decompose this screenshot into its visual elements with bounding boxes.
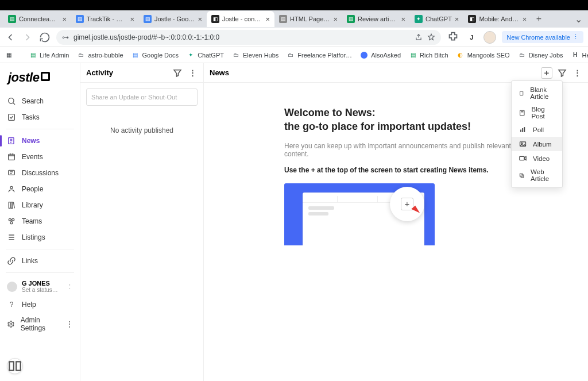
video-icon (519, 154, 527, 163)
sidebar-item-tasks[interactable]: Tasks (0, 109, 80, 125)
bookmark-item[interactable]: 🗀Freelance Platfor… (287, 51, 352, 59)
new-tab-button[interactable]: + (531, 11, 546, 26)
browser-tab[interactable]: ✦ChatGPT× (410, 11, 463, 27)
news-more-icon[interactable]: ⋮ (572, 68, 582, 78)
sidebar-item-search[interactable]: Search (0, 93, 80, 109)
bookmark-icon: 🗀 (518, 51, 526, 59)
bookmark-star-icon[interactable] (427, 31, 435, 44)
create-menu-item-blog[interactable]: Blog Post (512, 103, 562, 122)
bookmark-item[interactable]: ▤Life Admin (29, 51, 69, 59)
create-menu-item-album[interactable]: Album (512, 137, 562, 151)
browser-tab[interactable]: ◧Jostle - connected b× (207, 11, 274, 27)
apps-shortcut[interactable]: ▦ (5, 51, 13, 59)
tab-close-icon[interactable]: × (130, 15, 134, 24)
sidebar-item-links[interactable]: Links (0, 253, 80, 269)
sidebar-item-discussions[interactable]: Discussions (0, 165, 80, 181)
forward-button[interactable] (22, 32, 33, 43)
sidebar-item-teams[interactable]: Teams (0, 213, 80, 229)
activity-more-icon[interactable]: ⋮ (187, 68, 198, 78)
admin-more-icon[interactable]: ⋮ (66, 320, 73, 328)
svg-rect-7 (11, 202, 13, 209)
create-menu-item-blank[interactable]: Blank Article (512, 83, 562, 103)
user-more-icon[interactable]: ⋮ (67, 283, 73, 290)
sidebar-item-listings[interactable]: Listings (0, 229, 80, 245)
extension-j-icon[interactable]: J (465, 31, 478, 44)
tab-label: Jostle - Google Docs (154, 16, 195, 22)
sidebar-item-library[interactable]: Library (0, 197, 80, 213)
bookmark-item[interactable]: ◐Mangools SEO (457, 51, 510, 59)
bookmark-item[interactable]: ✦ChatGPT (187, 51, 224, 59)
teams-icon (7, 217, 16, 226)
profile-avatar[interactable] (483, 31, 496, 44)
back-button[interactable] (5, 32, 16, 43)
url-text: gimel.jostle.us/jostle-prod/#~b~:0:0:0:0… (74, 33, 410, 41)
shout-out-input[interactable]: Share an Update or Shout-Out (86, 88, 198, 106)
bookmark-item[interactable]: AlsoAsked (360, 51, 401, 59)
news-add-button[interactable]: + (541, 67, 552, 79)
bookmark-item[interactable]: HHemingway Editor (571, 51, 588, 59)
bookmark-item[interactable]: ▤Google Docs (131, 51, 179, 59)
address-bar[interactable]: ⊶ gimel.jostle.us/jostle-prod/#~b~:0:0:0… (56, 30, 441, 45)
sidebar-item-help[interactable]: ? Help (0, 297, 80, 313)
bookmark-item[interactable]: 🗀Disney Jobs (518, 51, 563, 59)
browser-tab[interactable]: ▤Jostle - Google Docs× (139, 11, 207, 27)
tab-close-icon[interactable]: × (62, 15, 67, 24)
extensions-icon[interactable] (447, 31, 459, 44)
news-filter-icon[interactable] (557, 68, 567, 78)
browser-tab[interactable]: ▤Connecteam Hub - G× (3, 11, 71, 27)
svg-rect-1 (9, 114, 15, 121)
tab-favicon: ▤ (347, 15, 355, 23)
tab-close-icon[interactable]: × (401, 15, 405, 24)
tab-close-icon[interactable]: × (455, 15, 459, 24)
browser-tab[interactable]: ◧Mobile: Andriod & IO× (463, 11, 531, 27)
tab-close-icon[interactable]: × (523, 15, 527, 24)
chrome-update-button[interactable]: New Chrome available⋮ (502, 31, 583, 43)
browser-tab[interactable]: ▤Review articles verd× (342, 11, 410, 27)
svg-point-9 (12, 218, 14, 221)
svg-point-10 (10, 222, 13, 224)
bookmark-item[interactable]: ▤Rich Bitch (409, 51, 448, 59)
sidebar-item-label: People (22, 185, 43, 193)
bookmark-icon: ◐ (457, 51, 465, 59)
sidebar-item-events[interactable]: Events (0, 149, 80, 165)
activity-filter-icon[interactable] (172, 68, 183, 78)
site-info-icon[interactable]: ⊶ (62, 33, 69, 41)
create-menu-label: Album (533, 141, 552, 148)
sidebar-item-label: Teams (22, 217, 42, 225)
svg-point-8 (9, 218, 11, 221)
tabs-dropdown-button[interactable]: ⌄ (572, 14, 585, 25)
tab-label: Connecteam Hub - G (19, 16, 59, 22)
create-menu-item-video[interactable]: Video (512, 151, 562, 166)
reader-mode-button[interactable] (7, 358, 23, 374)
create-menu-item-web[interactable]: Web Article (512, 166, 562, 185)
tab-label: Jostle - connected b (222, 16, 262, 22)
gear-icon (7, 320, 15, 329)
svg-rect-6 (9, 202, 10, 209)
browser-tab[interactable]: ▤HTML Pages: Bring Y× (274, 11, 342, 27)
create-menu-item-poll[interactable]: Poll (512, 122, 562, 137)
app-root: jostle SearchTasksNewsEventsDiscussionsP… (0, 63, 588, 381)
jostle-logo[interactable]: jostle (0, 68, 80, 93)
bookmark-label: Mangools SEO (467, 52, 510, 59)
news-header: News + ⋮ (204, 63, 588, 83)
tab-label: ChatGPT (425, 16, 452, 22)
welcome-illustration: + (284, 183, 435, 245)
bookmark-item[interactable]: 🗀astro-bubble (77, 51, 123, 59)
sidebar-item-label: Events (22, 153, 43, 161)
browser-tab[interactable]: ▤TrackTik - Google Do× (71, 11, 139, 27)
sidebar-user[interactable]: G JONES Set a status… ⋮ (0, 276, 80, 297)
create-menu-label: Blog Post (532, 106, 555, 120)
tab-close-icon[interactable]: × (333, 15, 338, 24)
web-icon (519, 171, 525, 180)
reload-button[interactable] (39, 32, 51, 43)
bookmark-item[interactable]: 🗀Eleven Hubs (232, 51, 278, 59)
blank-icon (519, 89, 524, 98)
tab-close-icon[interactable]: × (198, 15, 202, 24)
tab-close-icon[interactable]: × (265, 15, 270, 24)
share-icon[interactable] (415, 31, 423, 44)
poll-icon (519, 125, 527, 134)
sidebar-item-people[interactable]: People (0, 181, 80, 197)
sidebar-item-news[interactable]: News (0, 133, 80, 149)
sidebar-item-label: Discussions (22, 169, 59, 177)
sidebar-item-admin[interactable]: Admin Settings ⋮ (0, 313, 80, 336)
